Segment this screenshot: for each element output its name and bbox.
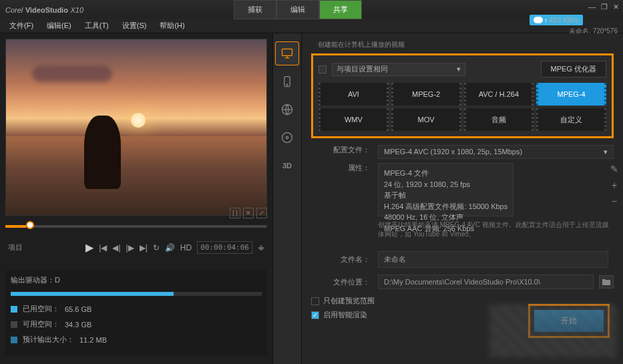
format-selection-box: 与项目设置相同▾ MPEG 优化器 AVI MPEG-2 AVC / H.264… (311, 53, 614, 138)
format-wmv[interactable]: WMV (319, 108, 389, 131)
tab-capture[interactable]: 捕获 (234, 0, 276, 19)
target-computer[interactable] (275, 41, 299, 65)
playhead[interactable] (26, 221, 34, 229)
drive-panel: 输出驱动器：D 已用空间：65.6 GB 可用空间：34.3 GB 预计输出大小… (5, 270, 267, 355)
drive-title: 输出驱动器：D (11, 275, 262, 285)
location-input[interactable]: D:\My Documents\Corel VideoStudio Pro\X1… (378, 275, 594, 289)
format-avi[interactable]: AVI (319, 83, 389, 106)
video-preview[interactable] (5, 39, 267, 216)
window-controls: — ❐ ✕ (588, 3, 619, 11)
timecode-stepper[interactable]: ≑ (258, 243, 264, 252)
output-swatch (11, 337, 17, 343)
svg-point-6 (282, 133, 292, 143)
smart-render-label: 启用智能渲染 (323, 310, 367, 320)
timecode-display[interactable]: 00:00:04:06 (197, 241, 252, 254)
menu-settings[interactable]: 设置(S) (117, 19, 152, 32)
export-panel: 创建能在计算机上播放的视频 与项目设置相同▾ MPEG 优化器 AVI MPEG… (302, 33, 623, 364)
close-icon[interactable]: ✕ (613, 3, 619, 11)
drive-usage-bar (11, 292, 262, 296)
share-target-sidebar: 3D (272, 33, 302, 364)
filename-input[interactable]: 未命名 (378, 251, 608, 268)
same-as-project-checkbox[interactable] (319, 65, 327, 73)
menu-file[interactable]: 文件(F) (4, 19, 39, 32)
tab-edit[interactable]: 编辑 (276, 0, 319, 19)
timeline[interactable]: [ ] ✕ ⤢ (5, 220, 267, 233)
loop-button[interactable]: ↻ (153, 243, 160, 252)
mpeg-optimizer-button[interactable]: MPEG 优化器 (541, 61, 606, 77)
svg-point-7 (286, 136, 288, 138)
fullscreen-button[interactable]: ⤢ (256, 208, 267, 218)
upload-speed-badge[interactable]: ↑452 KB/s (530, 15, 583, 25)
add-profile-button[interactable]: + (608, 180, 620, 192)
mark-in-button[interactable]: [ ] (230, 208, 240, 218)
svg-point-4 (286, 84, 288, 85)
end-button[interactable]: ▶| (140, 243, 148, 252)
cloud-icon (534, 17, 543, 23)
remove-profile-button[interactable]: − (608, 196, 620, 208)
project-profile-select[interactable]: 与项目设置相同▾ (332, 63, 465, 76)
preview-range-checkbox[interactable] (311, 297, 319, 305)
app-logo: Corel VideoStudio X10 (5, 5, 83, 15)
format-avc[interactable]: AVC / H.264 (464, 83, 534, 106)
panel-title: 创建能在计算机上播放的视频 (318, 40, 614, 49)
next-frame-button[interactable]: |▶ (126, 243, 134, 252)
browse-folder-button[interactable] (599, 275, 614, 289)
format-mpeg2[interactable]: MPEG-2 (391, 83, 461, 106)
target-web[interactable] (275, 98, 299, 122)
edit-profile-button[interactable]: ✎ (608, 164, 620, 176)
free-swatch (11, 321, 17, 328)
format-mpeg4[interactable]: MPEG-4 (536, 83, 606, 106)
smart-render-checkbox[interactable] (311, 311, 319, 319)
play-button[interactable]: ▶ (85, 241, 93, 254)
format-audio[interactable]: 音频 (464, 108, 534, 131)
target-device[interactable] (275, 69, 299, 94)
location-label: 文件位置： (311, 277, 378, 287)
cut-button[interactable]: ✕ (243, 208, 254, 218)
preview-range-label: 只创建预览范围 (323, 296, 375, 306)
tab-share[interactable]: 共享 (319, 0, 362, 19)
volume-button[interactable]: 🔊 (165, 243, 175, 252)
minimize-icon[interactable]: — (588, 3, 596, 11)
menu-help[interactable]: 帮助(H) (154, 19, 190, 32)
filename-label: 文件名： (311, 254, 378, 264)
profile-label: 配置文件： (311, 145, 378, 159)
preview-mode-label[interactable]: 项目 (8, 242, 23, 252)
menu-edit[interactable]: 编辑(E) (41, 19, 77, 32)
format-custom[interactable]: 自定义 (536, 108, 606, 131)
hd-toggle[interactable]: HD (180, 243, 192, 252)
attributes-label: 属性： (311, 163, 378, 216)
left-panel: [ ] ✕ ⤢ 项目 ▶ |◀ ◀| |▶ ▶| ↻ 🔊 HD 00:00:04… (0, 33, 272, 364)
format-mov[interactable]: MOV (391, 108, 461, 131)
redacted-area (489, 304, 616, 357)
maximize-icon[interactable]: ❐ (601, 3, 608, 11)
playback-controls: 项目 ▶ |◀ ◀| |▶ ▶| ↻ 🔊 HD 00:00:04:06 ≑ (5, 238, 267, 256)
menu-tools[interactable]: 工具(T) (79, 19, 114, 32)
top-tabs: 捕获 编辑 共享 (234, 0, 362, 19)
used-swatch (11, 306, 17, 313)
target-disc[interactable] (275, 126, 299, 150)
home-button[interactable]: |◀ (99, 243, 107, 252)
target-3d[interactable]: 3D (275, 154, 299, 178)
chevron-down-icon: ▾ (604, 148, 608, 156)
prev-frame-button[interactable]: ◀| (112, 243, 120, 252)
svg-rect-0 (282, 49, 292, 55)
attributes-display: MPEG-4 文件 24 位, 1920 x 1080, 25 fps 基于帧 … (378, 163, 513, 216)
profile-dropdown[interactable]: MPEG-4 AVC (1920 x 1080, 25p, 15Mbps)▾ (378, 145, 614, 159)
